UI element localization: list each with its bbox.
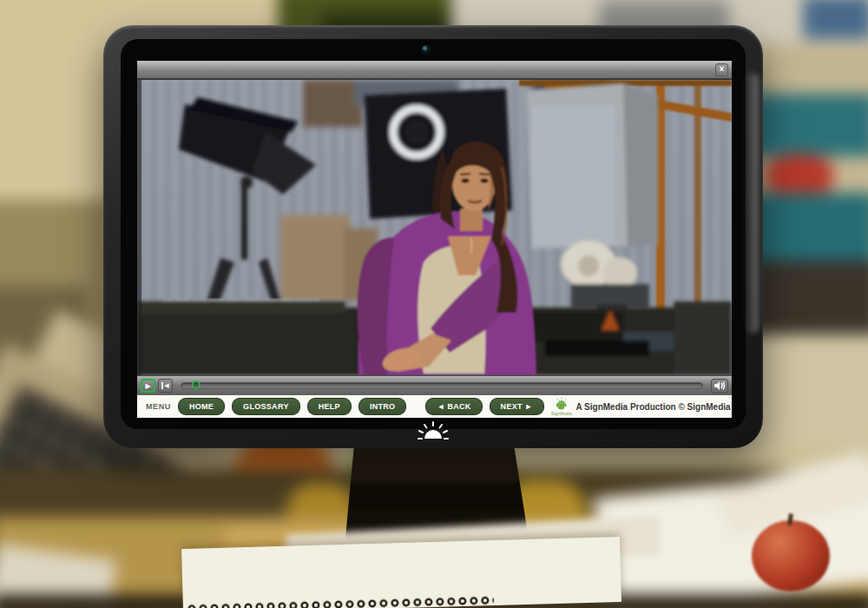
signmedia-hand-logo-icon — [555, 397, 568, 411]
volume-button[interactable] — [711, 379, 728, 393]
glossary-button[interactable]: GLOSSARY — [232, 398, 300, 415]
help-button[interactable]: HELP — [307, 398, 352, 415]
production-credit: A SignMedia Production © SignMedia 2012 — [575, 402, 732, 412]
menu-label: MENU — [146, 402, 171, 411]
apple — [752, 520, 830, 591]
play-icon: ▶ — [145, 382, 150, 390]
back-button[interactable]: ◄ BACK — [425, 398, 482, 415]
intro-button[interactable]: INTRO — [358, 398, 407, 415]
skip-to-start-icon: ◀ — [161, 382, 168, 389]
home-button[interactable]: HOME — [178, 398, 225, 415]
play-button[interactable]: ▶ — [141, 379, 155, 393]
app-screen: × — [137, 61, 732, 420]
menu-bar: MENU HOME GLOSSARY HELP INTRO ◄ BACK NEX… — [137, 395, 732, 418]
signmedia-logo-block: SignMedia — [551, 397, 572, 416]
video-scene — [137, 80, 732, 375]
monitor-frame-glare — [745, 73, 759, 334]
close-button[interactable]: × — [715, 63, 728, 76]
apple-stem — [787, 513, 793, 526]
bg-blue-item — [803, 0, 868, 39]
spiral-notebook — [181, 537, 621, 608]
bg-teal-box-1 — [746, 94, 868, 156]
player-control-bar: ▶ ◀ — [137, 375, 732, 395]
monitor: × — [103, 25, 763, 448]
monitor-sun-logo-icon — [418, 420, 449, 443]
monitor-stand-band — [344, 483, 531, 509]
next-button[interactable]: NEXT ► — [490, 398, 544, 415]
progress-track[interactable] — [181, 382, 703, 389]
equipment-trailer — [526, 83, 658, 249]
webcam-icon — [421, 44, 432, 56]
bg-red-item — [766, 155, 833, 196]
notebook-coils — [187, 592, 494, 608]
signmedia-logo-caption: SignMedia — [551, 412, 572, 416]
video-frame[interactable] — [137, 80, 732, 375]
speaker-icon — [713, 380, 726, 391]
branding: SignMedia A SignMedia Production © SignM… — [551, 397, 732, 416]
progress-knob[interactable] — [192, 380, 201, 389]
skip-to-start-button[interactable]: ◀ — [158, 379, 173, 393]
desk-photo-scene: × — [0, 0, 868, 608]
title-bar: × — [137, 61, 732, 80]
